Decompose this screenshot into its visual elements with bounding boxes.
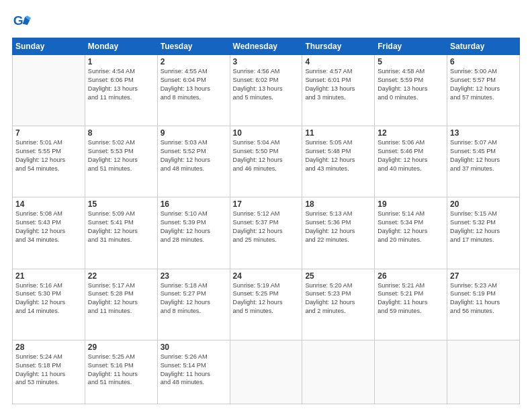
day-number: 9 (161, 128, 227, 138)
day-number: 29 (88, 342, 154, 352)
day-info: Sunrise: 5:23 AMSunset: 5:19 PMDaylight:… (450, 281, 517, 316)
calendar-cell: 10Sunrise: 5:04 AMSunset: 5:50 PMDayligh… (230, 126, 302, 197)
calendar-cell: 30Sunrise: 5:26 AMSunset: 5:14 PMDayligh… (157, 340, 230, 404)
day-info: Sunrise: 5:09 AMSunset: 5:41 PMDaylight:… (88, 210, 154, 244)
day-info: Sunrise: 4:56 AMSunset: 6:02 PMDaylight:… (233, 67, 300, 102)
day-number: 12 (378, 128, 444, 138)
calendar-cell: 29Sunrise: 5:25 AMSunset: 5:16 PMDayligh… (85, 340, 157, 404)
day-number: 30 (161, 342, 227, 352)
calendar-cell: 20Sunrise: 5:15 AMSunset: 5:32 PMDayligh… (447, 197, 520, 269)
day-number: 3 (233, 57, 300, 66)
day-info: Sunrise: 4:54 AMSunset: 6:06 PMDaylight:… (88, 67, 154, 102)
weekday-header-tuesday: Tuesday (157, 38, 230, 55)
calendar-cell: 17Sunrise: 5:12 AMSunset: 5:37 PMDayligh… (230, 197, 302, 269)
weekday-header-saturday: Saturday (447, 38, 520, 55)
svg-text:G: G (13, 13, 24, 28)
calendar-cell: 1Sunrise: 4:54 AMSunset: 6:06 PMDaylight… (85, 55, 157, 126)
day-number: 27 (450, 271, 517, 281)
calendar-cell: 28Sunrise: 5:24 AMSunset: 5:18 PMDayligh… (13, 340, 85, 404)
day-info: Sunrise: 5:07 AMSunset: 5:45 PMDaylight:… (450, 138, 517, 173)
calendar-cell (13, 55, 85, 126)
weekday-header-sunday: Sunday (13, 38, 85, 55)
day-info: Sunrise: 4:55 AMSunset: 6:04 PMDaylight:… (161, 67, 227, 102)
calendar-cell: 6Sunrise: 5:00 AMSunset: 5:57 PMDaylight… (447, 55, 520, 126)
calendar-cell: 12Sunrise: 5:06 AMSunset: 5:46 PMDayligh… (375, 126, 447, 197)
day-number: 13 (450, 128, 517, 138)
day-number: 18 (305, 199, 371, 209)
day-info: Sunrise: 5:26 AMSunset: 5:14 PMDaylight:… (161, 353, 227, 387)
day-info: Sunrise: 5:03 AMSunset: 5:52 PMDaylight:… (161, 138, 227, 173)
day-number: 19 (378, 199, 444, 209)
calendar-cell: 22Sunrise: 5:17 AMSunset: 5:28 PMDayligh… (85, 269, 157, 340)
day-number: 8 (88, 128, 154, 138)
calendar-week-4: 21Sunrise: 5:16 AMSunset: 5:30 PMDayligh… (13, 269, 520, 340)
day-info: Sunrise: 5:18 AMSunset: 5:27 PMDaylight:… (161, 281, 227, 316)
day-info: Sunrise: 5:05 AMSunset: 5:48 PMDaylight:… (305, 138, 371, 173)
day-number: 6 (450, 57, 517, 66)
calendar-cell: 13Sunrise: 5:07 AMSunset: 5:45 PMDayligh… (447, 126, 520, 197)
weekday-header-row: SundayMondayTuesdayWednesdayThursdayFrid… (13, 38, 520, 55)
weekday-header-wednesday: Wednesday (230, 38, 302, 55)
header: G (12, 12, 520, 31)
calendar-cell: 7Sunrise: 5:01 AMSunset: 5:55 PMDaylight… (13, 126, 85, 197)
day-info: Sunrise: 5:14 AMSunset: 5:34 PMDaylight:… (378, 210, 444, 244)
day-number: 16 (161, 199, 227, 209)
calendar-cell (375, 340, 447, 404)
calendar-cell: 3Sunrise: 4:56 AMSunset: 6:02 PMDaylight… (230, 55, 302, 126)
calendar-week-1: 1Sunrise: 4:54 AMSunset: 6:06 PMDaylight… (13, 55, 520, 126)
day-number: 5 (378, 57, 444, 66)
day-info: Sunrise: 5:06 AMSunset: 5:46 PMDaylight:… (378, 138, 444, 173)
logo: G (12, 12, 34, 31)
calendar-cell (447, 340, 520, 404)
calendar-cell: 9Sunrise: 5:03 AMSunset: 5:52 PMDaylight… (157, 126, 230, 197)
calendar-cell: 27Sunrise: 5:23 AMSunset: 5:19 PMDayligh… (447, 269, 520, 340)
calendar-cell: 15Sunrise: 5:09 AMSunset: 5:41 PMDayligh… (85, 197, 157, 269)
day-info: Sunrise: 5:00 AMSunset: 5:57 PMDaylight:… (450, 67, 517, 102)
day-number: 24 (233, 271, 300, 281)
day-number: 22 (88, 271, 154, 281)
day-number: 14 (15, 199, 82, 209)
day-number: 28 (15, 342, 82, 352)
day-info: Sunrise: 5:04 AMSunset: 5:50 PMDaylight:… (233, 138, 300, 173)
day-number: 26 (378, 271, 444, 281)
day-info: Sunrise: 5:20 AMSunset: 5:23 PMDaylight:… (305, 281, 371, 316)
calendar-cell: 14Sunrise: 5:08 AMSunset: 5:43 PMDayligh… (13, 197, 85, 269)
calendar-cell: 25Sunrise: 5:20 AMSunset: 5:23 PMDayligh… (302, 269, 375, 340)
calendar-cell: 16Sunrise: 5:10 AMSunset: 5:39 PMDayligh… (157, 197, 230, 269)
day-info: Sunrise: 5:10 AMSunset: 5:39 PMDaylight:… (161, 210, 227, 244)
day-info: Sunrise: 4:58 AMSunset: 5:59 PMDaylight:… (378, 67, 444, 102)
day-info: Sunrise: 5:21 AMSunset: 5:21 PMDaylight:… (378, 281, 444, 316)
day-info: Sunrise: 5:08 AMSunset: 5:43 PMDaylight:… (15, 210, 82, 244)
day-info: Sunrise: 5:01 AMSunset: 5:55 PMDaylight:… (15, 138, 82, 173)
calendar-week-2: 7Sunrise: 5:01 AMSunset: 5:55 PMDaylight… (13, 126, 520, 197)
day-number: 17 (233, 199, 300, 209)
calendar-cell: 19Sunrise: 5:14 AMSunset: 5:34 PMDayligh… (375, 197, 447, 269)
calendar-cell: 23Sunrise: 5:18 AMSunset: 5:27 PMDayligh… (157, 269, 230, 340)
day-number: 23 (161, 271, 227, 281)
day-info: Sunrise: 5:12 AMSunset: 5:37 PMDaylight:… (233, 210, 300, 244)
day-info: Sunrise: 5:17 AMSunset: 5:28 PMDaylight:… (88, 281, 154, 316)
day-number: 15 (88, 199, 154, 209)
day-info: Sunrise: 4:57 AMSunset: 6:01 PMDaylight:… (305, 67, 371, 102)
calendar-cell (230, 340, 302, 404)
calendar-week-3: 14Sunrise: 5:08 AMSunset: 5:43 PMDayligh… (13, 197, 520, 269)
calendar-cell (302, 340, 375, 404)
day-number: 25 (305, 271, 371, 281)
day-number: 20 (450, 199, 517, 209)
calendar-cell: 18Sunrise: 5:13 AMSunset: 5:36 PMDayligh… (302, 197, 375, 269)
day-info: Sunrise: 5:13 AMSunset: 5:36 PMDaylight:… (305, 210, 371, 244)
day-number: 11 (305, 128, 371, 138)
day-number: 10 (233, 128, 300, 138)
calendar-cell: 5Sunrise: 4:58 AMSunset: 5:59 PMDaylight… (375, 55, 447, 126)
weekday-header-monday: Monday (85, 38, 157, 55)
calendar-cell: 11Sunrise: 5:05 AMSunset: 5:48 PMDayligh… (302, 126, 375, 197)
day-number: 21 (15, 271, 82, 281)
day-number: 4 (305, 57, 371, 66)
day-number: 1 (88, 57, 154, 66)
day-info: Sunrise: 5:24 AMSunset: 5:18 PMDaylight:… (15, 353, 82, 387)
calendar-cell: 4Sunrise: 4:57 AMSunset: 6:01 PMDaylight… (302, 55, 375, 126)
calendar-table: SundayMondayTuesdayWednesdayThursdayFrid… (12, 38, 520, 404)
day-info: Sunrise: 5:19 AMSunset: 5:25 PMDaylight:… (233, 281, 300, 316)
calendar-cell: 24Sunrise: 5:19 AMSunset: 5:25 PMDayligh… (230, 269, 302, 340)
day-number: 2 (161, 57, 227, 66)
